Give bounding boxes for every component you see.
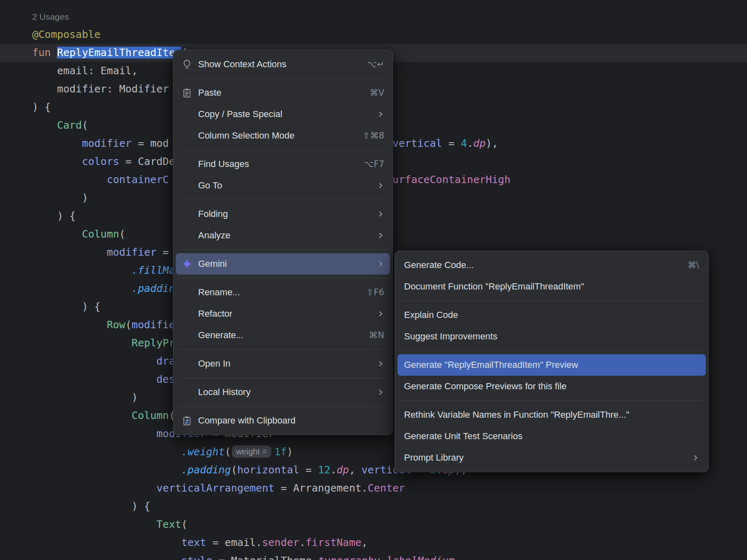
code-token: ) { <box>32 500 150 512</box>
icon-placeholder <box>181 129 193 142</box>
menu-item-column-selection-mode[interactable]: Column Selection Mode⇧⌘8 <box>176 125 390 146</box>
menu-item-label: Generate Unit Test Scenarios <box>404 431 699 442</box>
menu-item-rethink-variable-names[interactable]: Rethink Variable Names in Function "Repl… <box>397 404 706 426</box>
menu-item-label: Generate... <box>198 330 359 341</box>
menu-item-label: Generate Code... <box>404 260 678 271</box>
menu-item-analyze[interactable]: Analyze <box>176 225 390 246</box>
code-token: Center <box>368 482 405 494</box>
menu-item-generate[interactable]: Generate...⌘N <box>176 325 390 346</box>
code-token: ( <box>119 228 125 240</box>
menu-item-show-context-actions[interactable]: Show Context Actions⌥↵ <box>176 54 390 75</box>
menu-item-open-in[interactable]: Open In <box>176 353 390 374</box>
code-token: .weight <box>181 446 225 458</box>
menu-item-refactor[interactable]: Refactor <box>176 303 390 325</box>
code-token: verticalArrangement <box>156 482 274 494</box>
menu-separator <box>400 301 703 301</box>
menu-separator <box>178 200 388 200</box>
menu-item-paste[interactable]: Paste⌘V <box>176 82 390 104</box>
code-token: ) <box>287 446 293 458</box>
menu-shortcut: ⇧F6 <box>366 287 384 297</box>
menu-separator <box>178 150 388 150</box>
code-line: style = MaterialTheme.typography.labelMe… <box>0 552 747 560</box>
code-token <box>32 119 57 131</box>
code-token <box>32 446 181 458</box>
code-token: . <box>299 536 305 548</box>
code-token: firstName <box>305 536 361 548</box>
menu-item-local-history[interactable]: Local History <box>176 381 390 403</box>
menu-item-label: Open In <box>198 358 367 369</box>
menu-item-label: Compare with Clipboard <box>198 415 384 426</box>
code-token: ( <box>231 464 237 476</box>
code-token: urfaceContainerHigh <box>392 174 511 186</box>
code-token: 1f <box>274 446 287 458</box>
code-token: 12 <box>318 464 330 476</box>
code-token <box>32 228 82 240</box>
menu-item-go-to[interactable]: Go To <box>176 175 390 196</box>
code-line: 2 Usages <box>0 7 747 26</box>
menu-item-generate-unit-tests[interactable]: Generate Unit Test Scenarios <box>397 426 706 447</box>
code-line: @Composable <box>0 26 747 44</box>
gemini-spark-icon <box>181 258 193 270</box>
code-token <box>32 246 107 258</box>
menu-item-generate-preview[interactable]: Generate "ReplyEmailThreadItem" Preview <box>397 354 706 376</box>
code-line: text = email.sender.firstName, <box>0 534 747 552</box>
code-token: dp <box>337 464 349 476</box>
menu-item-gemini[interactable]: Gemini <box>176 253 390 275</box>
menu-item-label: Show Context Actions <box>198 59 357 70</box>
code-token: sender <box>262 536 299 548</box>
menu-shortcut: ⌥F7 <box>364 159 384 169</box>
code-token: style <box>181 555 212 560</box>
menu-item-suggest-improvements[interactable]: Suggest Improvements <box>397 326 706 347</box>
menu-item-label: Document Function "ReplyEmailThreadItem" <box>404 281 699 292</box>
code-token: ) { <box>32 210 76 222</box>
code-token: typography <box>318 555 380 560</box>
code-token <box>32 464 181 476</box>
code-token: 2 Usages <box>32 12 69 21</box>
icon-placeholder <box>181 108 193 120</box>
menu-shortcut: ⌘V <box>370 88 384 98</box>
gemini-submenu: Generate Code...⌘\Document Function "Rep… <box>395 251 709 472</box>
menu-item-explain-code[interactable]: Explain Code <box>397 304 706 326</box>
menu-shortcut: ⌥↵ <box>367 59 384 69</box>
code-line: verticalArrangement = Arrangement.Center <box>0 479 747 497</box>
code-line: ) { <box>0 497 747 515</box>
code-token: ), <box>486 137 498 149</box>
menu-separator <box>400 400 703 401</box>
code-token: Column <box>82 228 119 240</box>
chevron-right-icon <box>377 388 384 396</box>
chevron-right-icon <box>377 111 384 118</box>
menu-item-label: Rethink Variable Names in Function "Repl… <box>404 409 699 420</box>
code-token: dp <box>473 137 486 149</box>
code-token: ( <box>125 319 132 331</box>
chevron-right-icon <box>377 182 384 189</box>
code-token: containerC <box>107 174 169 186</box>
menu-item-rename[interactable]: Rename...⇧F6 <box>176 282 390 303</box>
menu-item-find-usages[interactable]: Find Usages⌥F7 <box>176 153 390 175</box>
icon-placeholder <box>181 329 193 341</box>
code-token: vertical <box>392 137 442 149</box>
chevron-right-icon <box>692 454 699 461</box>
menu-item-label: Copy / Paste Special <box>198 109 367 120</box>
menu-separator <box>178 378 388 378</box>
menu-item-document-function[interactable]: Document Function "ReplyEmailThreadItem" <box>397 276 706 297</box>
code-token <box>32 137 82 149</box>
code-token: Text <box>156 518 181 530</box>
selected-symbol: ReplyEmailThreadItem <box>57 47 181 59</box>
code-token: horizontal <box>237 464 300 476</box>
menu-item-copy-paste-special[interactable]: Copy / Paste Special <box>176 104 390 125</box>
menu-item-generate-code[interactable]: Generate Code...⌘\ <box>397 254 706 276</box>
menu-item-compare-with-clipboard[interactable]: Compare with Clipboard <box>176 410 390 431</box>
menu-item-generate-compose-previews[interactable]: Generate Compose Previews for this file <box>397 376 706 397</box>
icon-placeholder <box>181 208 193 220</box>
code-token: ) <box>32 391 138 403</box>
code-token <box>32 428 156 440</box>
code-token: . <box>331 464 337 476</box>
code-token: ) { <box>32 101 51 113</box>
menu-item-folding[interactable]: Folding <box>176 203 390 225</box>
chevron-right-icon <box>377 360 384 367</box>
menu-item-prompt-library[interactable]: Prompt Library <box>397 447 706 468</box>
code-token: ) <box>32 192 88 204</box>
code-token: Row <box>107 319 125 331</box>
editor-context-menu: Show Context Actions⌥↵Paste⌘VCopy / Past… <box>173 50 393 435</box>
code-token <box>32 155 82 167</box>
